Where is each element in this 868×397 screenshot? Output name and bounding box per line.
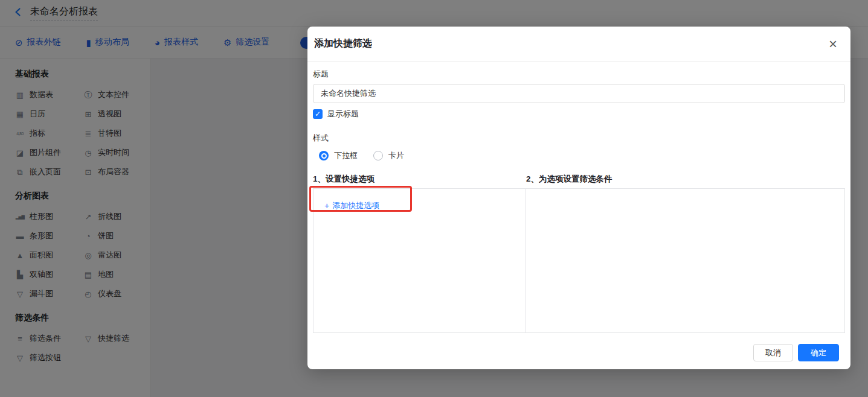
close-icon[interactable]: ×	[829, 37, 837, 51]
dialog-header: 添加快捷筛选 ×	[307, 27, 850, 62]
filter-conditions-panel	[526, 189, 844, 332]
confirm-button[interactable]: 确定	[798, 344, 839, 361]
radio-label: 卡片	[388, 150, 404, 161]
panel-column-headers: 1、设置快捷选项 2、为选项设置筛选条件	[313, 174, 845, 183]
radio-option-dropdown[interactable]: 下拉框	[319, 150, 358, 161]
show-title-checkbox[interactable]: ✓ 显示标题	[313, 109, 845, 119]
title-field-label: 标题	[313, 69, 845, 78]
check-icon: ✓	[315, 110, 321, 118]
radio-option-card[interactable]: 卡片	[373, 150, 404, 161]
dialog-footer: 取消 确定	[313, 344, 845, 361]
quick-options-panel: + 添加快捷选项	[313, 189, 526, 332]
checkbox-checked-icon: ✓	[313, 109, 323, 119]
add-quick-option-label: 添加快捷选项	[332, 200, 379, 211]
right-column-header: 2、为选项设置筛选条件	[526, 174, 612, 183]
add-quick-filter-dialog: 添加快捷筛选 × 标题 ✓ 显示标题 样式 下拉框 卡片	[307, 27, 850, 369]
dialog-title: 添加快捷筛选	[314, 37, 372, 50]
dialog-body: 标题 ✓ 显示标题 样式 下拉框 卡片 1、设置快捷选项 2、为	[307, 69, 850, 361]
checkbox-label: 显示标题	[327, 109, 359, 119]
plus-icon: +	[324, 202, 329, 210]
radio-unselected-icon	[373, 151, 383, 160]
app-window: 未命名分析报表 ⊘ 报表外链 ▮ 移动布局 ◕ 报表样式 ⚙ 筛选设置 基础报表…	[0, 0, 868, 397]
radio-selected-icon	[319, 151, 329, 160]
radio-label: 下拉框	[334, 150, 358, 161]
options-panel: + 添加快捷选项	[313, 188, 845, 333]
style-radio-group: 下拉框 卡片	[313, 148, 845, 164]
left-column-header: 1、设置快捷选项	[313, 174, 526, 183]
add-quick-option-link[interactable]: + 添加快捷选项	[324, 200, 379, 211]
title-input[interactable]	[313, 84, 845, 103]
style-group-label: 样式	[313, 133, 845, 142]
cancel-button[interactable]: 取消	[753, 344, 793, 361]
